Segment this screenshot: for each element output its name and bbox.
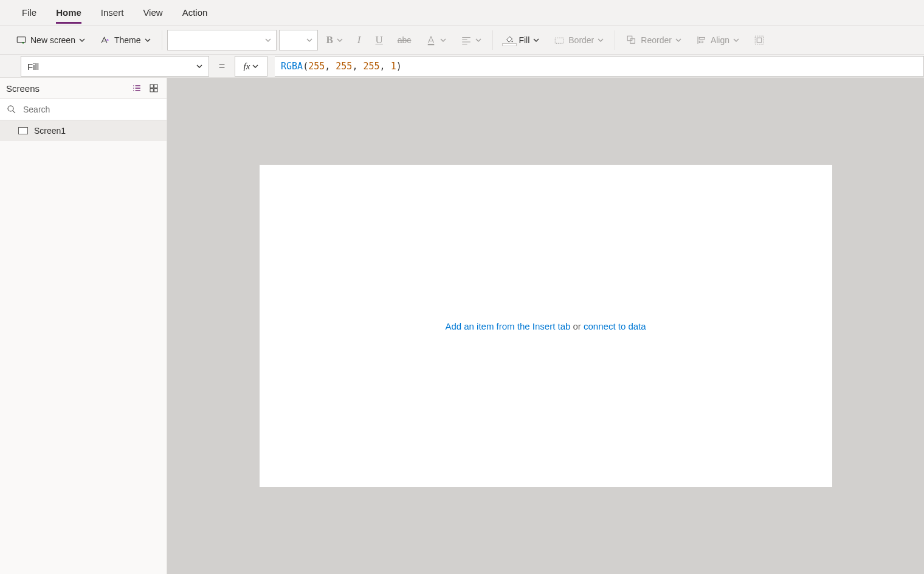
fx-dropdown[interactable]: fx [235,56,267,77]
svg-rect-11 [154,85,157,88]
underline-button[interactable]: U [370,30,389,50]
fill-button[interactable]: Fill [498,30,545,50]
tab-home[interactable]: Home [46,0,91,26]
tree-item-screen1[interactable]: Screen1 [0,120,167,141]
chevron-down-icon [196,63,202,69]
align-label: Align [711,35,729,45]
formula-bar: Fill = fx RGBA(255, 255, 255, 1) [0,55,924,78]
tree-thumbnail-view-button[interactable] [147,81,160,95]
new-screen-button[interactable]: New screen [10,30,91,50]
fill-label: Fill [519,35,529,45]
body: Screens Screen1 [0,78,924,574]
chevron-down-icon [79,37,85,43]
align-button[interactable]: Align [690,30,745,50]
menu-tabs: File Home Insert View Action [0,0,924,26]
chevron-down-icon [337,37,343,43]
theme-label: Theme [114,35,141,45]
svg-rect-13 [154,89,157,92]
connect-data-link[interactable]: connect to data [584,321,646,331]
tree-search-input[interactable] [22,104,160,115]
svg-rect-3 [556,38,564,43]
formula-input[interactable]: RGBA(255, 255, 255, 1) [275,56,924,77]
svg-rect-5 [630,38,635,43]
group-icon [754,35,765,46]
svg-rect-9 [757,38,762,43]
strikethrough-icon: abc [398,35,412,45]
chevron-down-icon [265,37,271,43]
tab-view[interactable]: View [133,0,172,26]
italic-icon: I [357,34,361,46]
insert-tab-link[interactable]: Add an item from the Insert tab [445,321,570,331]
svg-point-14 [8,106,13,111]
chevron-down-icon [306,37,312,43]
svg-rect-7 [699,41,703,43]
separator [492,30,493,50]
svg-rect-2 [428,44,435,45]
border-button[interactable]: Border [548,30,610,50]
font-size-dropdown[interactable] [279,30,318,50]
svg-rect-0 [17,36,26,42]
property-value: Fill [27,61,39,72]
new-screen-icon [16,35,27,46]
ribbon: New screen a Theme B I U abc [0,26,924,55]
text-align-button[interactable] [455,30,488,50]
chevron-down-icon [252,63,258,69]
tree-view-buttons [130,81,160,95]
fill-icon [504,35,515,46]
chevron-down-icon [533,37,539,43]
font-family-dropdown[interactable] [167,30,277,50]
tree-search[interactable] [0,99,167,120]
chevron-down-icon [598,37,604,43]
chevron-down-icon [145,37,151,43]
underline-icon: U [376,34,383,46]
theme-icon: a [100,35,111,46]
italic-button[interactable]: I [351,30,367,50]
separator [615,30,615,50]
chevron-down-icon [475,37,481,43]
svg-rect-8 [755,36,764,44]
tree-item-label: Screen1 [34,126,66,136]
fx-label: fx [244,61,250,72]
font-color-icon [426,35,436,46]
svg-rect-6 [699,37,705,39]
tab-action[interactable]: Action [173,0,218,26]
strikethrough-button[interactable]: abc [391,30,418,50]
app-root: File Home Insert View Action New screen … [0,0,924,574]
canvas-empty-message: Add an item from the Insert tab or conne… [445,321,646,331]
tree-title: Screens [6,83,40,94]
svg-rect-10 [150,85,153,88]
chevron-down-icon [440,37,446,43]
property-dropdown[interactable]: Fill [21,56,209,77]
new-screen-label: New screen [30,35,75,45]
align-icon [696,35,707,46]
chevron-down-icon [675,37,681,43]
or-text: or [573,321,581,331]
svg-rect-12 [150,89,153,92]
svg-rect-4 [628,36,633,41]
font-color-button[interactable] [419,30,452,50]
canvas-area: Add an item from the Insert tab or conne… [167,78,924,574]
group-button[interactable] [748,30,771,50]
grid-icon [149,83,159,93]
tab-file[interactable]: File [12,0,46,26]
align-left-icon [461,35,472,46]
tree-list-view-button[interactable] [130,81,143,95]
canvas[interactable]: Add an item from the Insert tab or conne… [260,165,832,487]
equals-sign: = [216,55,227,77]
chevron-down-icon [733,37,739,43]
bold-icon: B [326,34,333,46]
bold-button[interactable]: B [320,30,349,50]
search-icon [6,104,17,115]
tree-header: Screens [0,78,167,99]
formula-fn: RGBA [281,61,303,72]
reorder-icon [626,35,637,46]
border-icon [554,35,565,46]
theme-button[interactable]: a Theme [94,30,157,50]
separator [162,30,162,50]
screen-icon [18,127,28,134]
tree-panel: Screens Screen1 [0,78,167,574]
reorder-label: Reorder [641,35,672,45]
tab-insert[interactable]: Insert [91,0,134,26]
reorder-button[interactable]: Reorder [620,30,688,50]
svg-text:a: a [106,37,109,41]
